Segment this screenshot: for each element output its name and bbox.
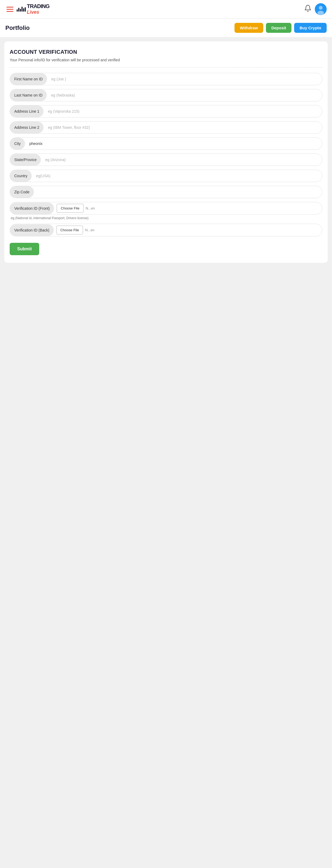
id-front-label: Verification ID (Front) [10, 203, 54, 214]
avatar[interactable] [315, 3, 327, 15]
verification-subtitle: Your Personal info/ID for verification w… [10, 57, 322, 67]
bar6 [25, 7, 26, 11]
state-label: State/Provice [10, 154, 41, 166]
bar1 [16, 9, 18, 11]
address1-input[interactable] [43, 105, 322, 117]
deposit-button[interactable]: Deposit [266, 23, 292, 33]
verification-card: ACCOUNT VERIFICATION Your Personal info/… [4, 41, 328, 263]
verification-title: ACCOUNT VERIFICATION [10, 49, 322, 55]
id-front-filename: N...en [86, 206, 95, 210]
withdraw-button[interactable]: Withdraw [234, 23, 263, 33]
svg-point-1 [319, 6, 323, 10]
city-input-wrapper: City [10, 137, 322, 150]
id-back-choose-label: Choose File [60, 228, 79, 232]
address2-label: Address Line 2 [10, 122, 43, 133]
notification-bell-icon[interactable] [304, 5, 311, 14]
id-back-choose-file-button[interactable]: Choose File [57, 226, 83, 235]
bar3 [20, 9, 21, 11]
zip-input-wrapper: Zip Code [10, 186, 322, 198]
hamburger-line-3 [6, 11, 13, 12]
first-name-group: First Name on ID [10, 73, 322, 85]
hamburger-line-2 [6, 9, 13, 10]
address2-input[interactable] [43, 122, 322, 133]
city-label: City [10, 138, 25, 150]
country-group: Country [10, 170, 322, 182]
portfolio-bar: Portfolio Withdraw Deposit Buy Crypto [0, 19, 332, 37]
state-input[interactable] [41, 154, 322, 166]
id-back-input-wrapper: Verification ID (Back) Choose File N...e… [10, 224, 322, 236]
address1-label: Address Line 1 [10, 105, 43, 117]
logo-text-container: TRADING Lives [27, 3, 49, 15]
id-back-filename: N...en [85, 228, 95, 232]
address2-input-wrapper: Address Line 2 [10, 121, 322, 134]
hamburger-line-1 [6, 7, 13, 7]
last-name-input-wrapper: Last Name on ID [10, 89, 322, 101]
country-label: Country [10, 170, 32, 182]
main-content: ACCOUNT VERIFICATION Your Personal info/… [0, 37, 332, 272]
zip-group: Zip Code [10, 186, 322, 198]
zip-input[interactable] [34, 186, 322, 198]
header: TRADING Lives [0, 0, 332, 19]
svg-point-2 [318, 11, 324, 15]
portfolio-actions: Withdraw Deposit Buy Crypto [234, 23, 327, 33]
country-input-wrapper: Country [10, 170, 322, 182]
state-group: State/Provice [10, 154, 322, 166]
bar2 [18, 8, 19, 11]
city-group: City [10, 137, 322, 150]
id-back-group: Verification ID (Back) Choose File N...e… [10, 224, 322, 236]
header-icons [304, 3, 327, 15]
country-input[interactable] [32, 170, 322, 182]
logo-trading-text: TRADING [27, 3, 49, 9]
bar5 [23, 8, 24, 11]
submit-button[interactable]: Submit [10, 243, 39, 255]
logo: TRADING Lives [16, 3, 49, 15]
state-input-wrapper: State/Provice [10, 154, 322, 166]
address2-group: Address Line 2 [10, 121, 322, 134]
hamburger-button[interactable] [5, 6, 14, 13]
last-name-label: Last Name on ID [10, 89, 47, 101]
last-name-group: Last Name on ID [10, 89, 322, 101]
bar4 [22, 7, 23, 11]
logo-bars-icon [16, 7, 26, 11]
address1-input-wrapper: Address Line 1 [10, 105, 322, 118]
buy-crypto-button[interactable]: Buy Crypto [294, 23, 327, 33]
portfolio-title: Portfolio [5, 25, 30, 31]
id-back-label: Verification ID (Back) [10, 224, 54, 236]
last-name-input[interactable] [47, 89, 322, 101]
first-name-label: First Name on ID [10, 73, 47, 85]
city-input[interactable] [25, 138, 322, 150]
zip-label: Zip Code [10, 186, 34, 198]
first-name-input[interactable] [47, 73, 322, 85]
id-front-choose-label: Choose File [61, 206, 79, 210]
logo-container: TRADING Lives [5, 3, 49, 15]
id-back-file-area: Choose File N...en [54, 224, 322, 236]
address1-group: Address Line 1 [10, 105, 322, 118]
id-front-group: Verification ID (Front) Choose File N...… [10, 202, 322, 220]
logo-lives-text: Lives [27, 9, 49, 15]
id-front-hint: eg (National id, international Passport,… [11, 216, 322, 220]
id-front-input-wrapper: Verification ID (Front) Choose File N...… [10, 202, 322, 215]
first-name-input-wrapper: First Name on ID [10, 73, 322, 85]
id-front-choose-file-button[interactable]: Choose File [57, 204, 83, 213]
id-front-file-area: Choose File N...en [54, 202, 322, 214]
